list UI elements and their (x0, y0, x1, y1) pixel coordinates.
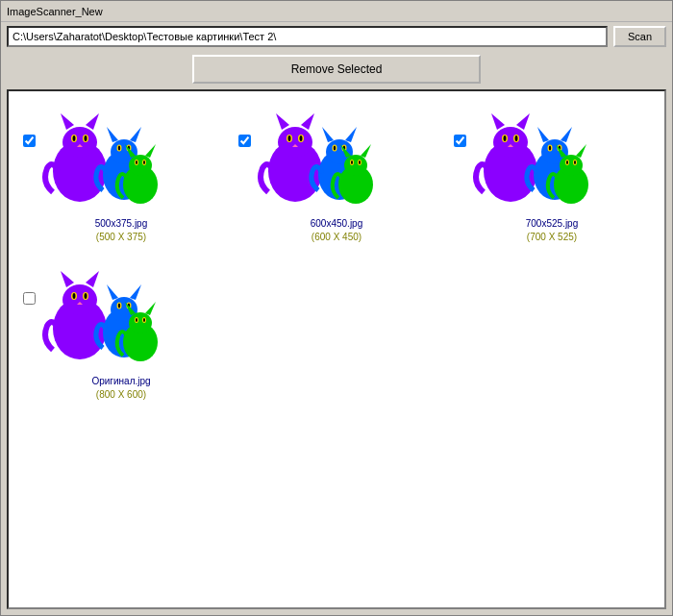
image-row (23, 106, 219, 213)
svg-marker-27 (276, 113, 289, 130)
svg-point-93 (129, 312, 152, 333)
svg-point-6 (73, 136, 76, 141)
list-item: 500x375.jpg(500 X 375) (18, 101, 224, 249)
svg-point-81 (73, 293, 76, 299)
svg-marker-70 (576, 144, 586, 158)
svg-marker-36 (322, 127, 334, 142)
svg-marker-61 (537, 127, 549, 142)
image-checkbox[interactable] (454, 135, 466, 147)
svg-point-24 (143, 160, 145, 164)
svg-point-32 (300, 136, 303, 141)
svg-marker-11 (107, 127, 118, 142)
svg-point-18 (129, 155, 152, 176)
svg-point-65 (549, 146, 551, 151)
svg-marker-12 (130, 127, 141, 142)
svg-point-1 (62, 127, 97, 158)
svg-marker-87 (130, 284, 141, 300)
svg-point-73 (566, 160, 568, 164)
list-item: 600x450.jpg(600 X 450) (234, 101, 439, 249)
svg-point-31 (288, 136, 291, 141)
image-row (23, 263, 219, 371)
svg-marker-28 (301, 113, 314, 130)
svg-point-82 (85, 293, 87, 299)
list-item: Оригинал.jpg(800 X 600) (18, 259, 224, 407)
svg-marker-20 (145, 144, 156, 158)
path-input[interactable] (7, 26, 608, 47)
svg-point-23 (136, 160, 137, 164)
svg-marker-86 (107, 284, 118, 300)
svg-point-7 (85, 136, 87, 141)
scan-button[interactable]: Scan (613, 26, 666, 47)
svg-marker-78 (86, 271, 99, 287)
svg-point-57 (515, 136, 518, 141)
svg-marker-77 (61, 271, 74, 287)
svg-point-68 (560, 155, 583, 176)
svg-marker-3 (86, 113, 99, 130)
image-label: 600x450.jpg(600 X 450) (238, 217, 435, 244)
action-bar: Remove Selected (1, 51, 672, 89)
svg-point-26 (278, 127, 312, 158)
image-checkbox[interactable] (238, 135, 251, 147)
svg-point-90 (118, 304, 120, 308)
title-bar: ImageScanner_New (1, 1, 672, 22)
svg-point-43 (344, 155, 367, 176)
svg-point-99 (143, 318, 145, 322)
svg-point-76 (62, 284, 97, 315)
image-label: Оригинал.jpg(800 X 600) (23, 375, 219, 402)
svg-marker-37 (345, 127, 357, 142)
image-label: 700x525.jpg(700 X 525) (454, 217, 650, 244)
svg-point-49 (359, 160, 361, 164)
toolbar: Scan (1, 22, 672, 51)
image-checkbox[interactable] (23, 135, 36, 147)
image-row (454, 106, 650, 213)
remove-selected-button[interactable]: Remove Selected (192, 55, 481, 84)
list-item: 700x525.jpg(700 X 525) (449, 101, 655, 249)
svg-point-15 (118, 146, 120, 151)
svg-marker-53 (516, 113, 530, 130)
svg-point-56 (504, 136, 507, 141)
svg-point-40 (334, 146, 336, 151)
svg-point-48 (351, 160, 353, 164)
main-window: ImageScanner_New Scan Remove Selected (0, 0, 673, 616)
svg-marker-62 (561, 127, 572, 142)
svg-marker-95 (145, 302, 156, 315)
window-title: ImageScanner_New (7, 6, 103, 17)
content-area: 500x375.jpg(500 X 375) (7, 89, 666, 609)
image-grid: 500x375.jpg(500 X 375) (18, 101, 655, 407)
svg-point-51 (493, 127, 528, 158)
image-label: 500x375.jpg(500 X 375) (23, 217, 219, 244)
image-row (238, 106, 435, 213)
svg-point-74 (574, 160, 576, 164)
svg-marker-2 (61, 113, 74, 130)
svg-point-98 (136, 318, 137, 322)
svg-marker-52 (491, 113, 505, 130)
image-checkbox[interactable] (23, 292, 36, 305)
svg-marker-45 (361, 144, 371, 158)
